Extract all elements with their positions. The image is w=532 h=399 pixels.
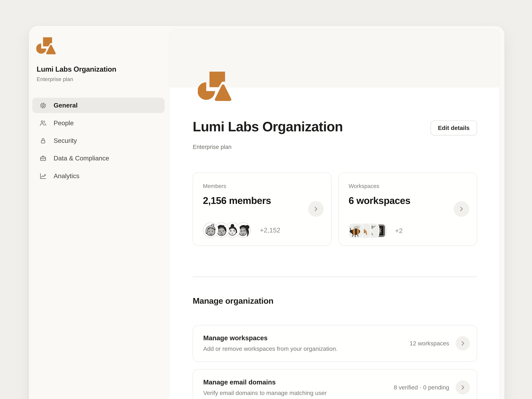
stat-cards: Members 2,156 members <box>193 172 477 246</box>
manage-workspaces-chevron-button[interactable] <box>456 336 470 350</box>
manage-rows: Manage workspaces Add or remove workspac… <box>193 325 477 399</box>
manage-email-domains-row[interactable]: Manage email domains Verify email domain… <box>193 369 477 399</box>
chevron-right-icon <box>459 384 466 391</box>
chevron-right-icon <box>459 340 466 347</box>
chart-icon <box>39 172 47 180</box>
sidebar-item-label: Analytics <box>54 172 79 180</box>
chevron-right-icon <box>458 206 465 212</box>
section-divider <box>193 277 477 277</box>
members-count: 2,156 members <box>203 195 271 206</box>
org-logo-icon <box>36 37 57 55</box>
plan-label: Enterprise plan <box>193 144 232 151</box>
sidebar-item-label: General <box>54 101 78 109</box>
members-card[interactable]: Members 2,156 members <box>193 172 331 246</box>
sidebar-item-analytics[interactable]: Analytics <box>32 168 165 184</box>
app-screenshot: Lumi Labs Organization Enterprise plan G… <box>0 0 532 399</box>
members-card-label: Members <box>203 183 226 189</box>
workspaces-card-label: Workspaces <box>348 183 379 189</box>
lock-icon <box>39 137 47 144</box>
sidebar-item-label: People <box>54 119 74 127</box>
org-logo-large <box>198 71 234 102</box>
workspaces-count: 6 workspaces <box>348 195 410 206</box>
edit-details-button[interactable]: Edit details <box>431 120 477 135</box>
manage-email-domains-description: Verify email domains to manage matching … <box>203 389 394 397</box>
sidebar: Lumi Labs Organization Enterprise plan G… <box>29 26 169 399</box>
sidebar-item-people[interactable]: People <box>32 115 165 131</box>
manage-email-domains-title: Manage email domains <box>203 378 394 386</box>
sidebar-item-data-compliance[interactable]: Data & Compliance <box>32 151 165 166</box>
app-frame: Lumi Labs Organization Enterprise plan G… <box>29 26 504 399</box>
members-overflow-count: +2,152 <box>260 226 280 234</box>
manage-workspaces-meta: 12 workspaces <box>410 340 449 347</box>
workspaces-card[interactable]: Workspaces 6 workspaces <box>338 172 477 246</box>
manage-email-domains-meta: 8 verified · 0 pending <box>394 384 449 391</box>
workspaces-chevron-button[interactable] <box>454 201 469 217</box>
sidebar-item-security[interactable]: Security <box>32 133 165 148</box>
gear-icon <box>39 101 47 109</box>
manage-organization-heading: Manage organization <box>193 296 273 306</box>
sidebar-nav: General People <box>32 98 165 186</box>
sidebar-item-label: Security <box>54 137 77 144</box>
manage-workspaces-description: Add or remove workspaces from your organ… <box>203 345 410 352</box>
sidebar-item-general[interactable]: General <box>32 98 165 113</box>
member-avatar-1 <box>203 222 218 238</box>
sidebar-plan-label: Enterprise plan <box>37 76 73 82</box>
manage-workspaces-title: Manage workspaces <box>203 334 410 342</box>
main-panel: Lumi Labs Organization Edit details Ente… <box>169 30 500 399</box>
bee-emoji-tile <box>348 224 363 238</box>
manage-email-domains-chevron-button[interactable] <box>456 380 470 395</box>
sidebar-item-label: Data & Compliance <box>54 155 109 162</box>
briefcase-icon <box>39 155 47 162</box>
members-chevron-button[interactable] <box>308 201 323 217</box>
page-title: Lumi Labs Organization <box>193 119 343 134</box>
workspaces-overflow-count: +2 <box>395 227 403 234</box>
people-icon <box>39 119 47 127</box>
manage-workspaces-row[interactable]: Manage workspaces Add or remove workspac… <box>193 325 477 361</box>
chevron-right-icon <box>312 206 319 212</box>
sidebar-org-name: Lumi Labs Organization <box>37 65 116 73</box>
